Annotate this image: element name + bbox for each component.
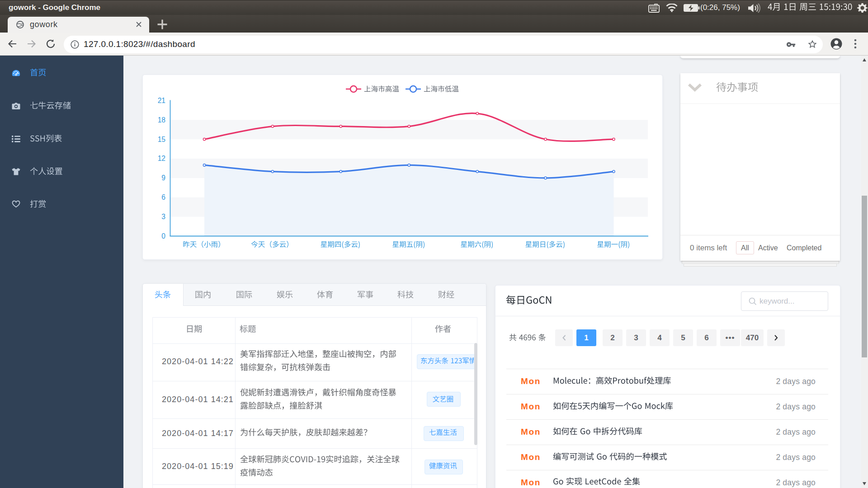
svg-text:0: 0 [161, 232, 165, 240]
svg-text:15: 15 [158, 136, 166, 143]
svg-text:3: 3 [161, 213, 165, 221]
svg-text:12: 12 [158, 155, 165, 162]
svg-text:6: 6 [161, 193, 165, 201]
svg-text:18: 18 [158, 116, 165, 124]
svg-text:9: 9 [161, 174, 165, 182]
svg-text:21: 21 [158, 97, 165, 104]
